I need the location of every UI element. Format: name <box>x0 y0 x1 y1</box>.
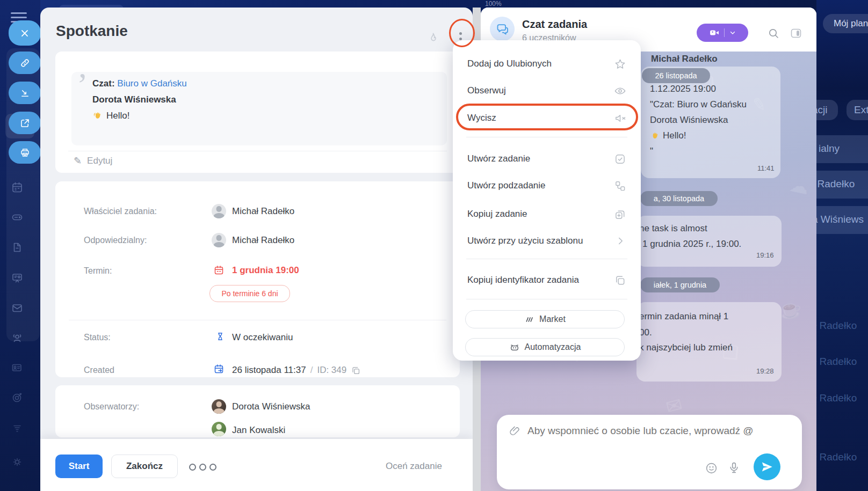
side-panel-icon[interactable] <box>790 27 802 40</box>
message-line: he task is almost <box>639 223 707 234</box>
flame-icon[interactable] <box>426 31 440 46</box>
menu-item-create-subtask[interactable]: Utwórz podzadanie <box>453 175 641 196</box>
sidebar-item-crm[interactable] <box>11 272 24 284</box>
chat-input-box <box>497 415 802 489</box>
finish-button[interactable]: Zakończ <box>111 455 178 478</box>
message-line: 00. <box>639 327 652 338</box>
date-pill-label: a, 30 listopada <box>654 194 704 203</box>
message-time: 11:41 <box>757 164 775 172</box>
menu-item-label: Kopiuj identyfikator zadania <box>467 275 579 285</box>
quote-author: Dorota Wiśniewska <box>92 94 176 105</box>
market-button[interactable]: Market <box>465 310 625 328</box>
start-button[interactable]: Start <box>55 455 103 478</box>
chevron-right-icon <box>614 235 626 247</box>
menu-divider <box>466 299 627 299</box>
task-footer: Start Zakończ Oceń zadanie <box>40 439 473 491</box>
sidebar-item-documents[interactable] <box>11 241 24 254</box>
observers-label: Obserwatorzy: <box>84 402 139 412</box>
sidebar-item-filter[interactable] <box>11 421 24 434</box>
owner-value[interactable]: Michał Radełko <box>232 206 294 217</box>
app-screen: 100% Mój plan acji Exte ialny ł Radełko … <box>0 0 868 491</box>
printer-icon <box>19 147 31 158</box>
automation-button-label: Automatyzacja <box>525 342 581 352</box>
attach-icon[interactable] <box>509 424 521 437</box>
search-icon[interactable] <box>767 27 780 40</box>
automation-button[interactable]: Automatyzacja <box>465 338 625 356</box>
observer-2[interactable]: Jan Kowalski <box>232 425 285 436</box>
calendar-created-icon <box>213 363 225 375</box>
message-time: 19:28 <box>756 367 774 375</box>
menu-item-label: Dodaj do Ulubionych <box>467 58 552 69</box>
responsible-value[interactable]: Michał Radełko <box>232 235 294 246</box>
video-call-button[interactable] <box>697 24 748 42</box>
menu-item-label: Obserwuj <box>467 85 506 96</box>
sidebar-item-contacts[interactable] <box>11 361 24 374</box>
menu-item-copy-task-id[interactable]: Kopiuj identyfikator zadania <box>453 270 641 290</box>
microphone-icon[interactable] <box>727 461 741 474</box>
date-pill-label: 26 listopada <box>655 71 697 80</box>
message-line: 1 grudnia 2025 r., 19:00. <box>642 239 741 250</box>
description-divider <box>68 151 447 151</box>
wave-hand-icon <box>92 111 103 121</box>
star-icon <box>614 58 626 70</box>
menu-button-highlight-annotation <box>449 19 475 47</box>
avatar[interactable] <box>212 233 226 247</box>
print-button[interactable] <box>9 141 41 164</box>
avatar[interactable] <box>212 204 226 218</box>
open-in-new-window-button[interactable] <box>9 112 41 134</box>
edit-button[interactable]: ✎ Edytuj <box>74 155 112 167</box>
doodle-icon: ☁ <box>787 173 811 200</box>
status-value[interactable]: W oczekiwaniu <box>232 332 293 343</box>
subtask-icon <box>614 180 626 192</box>
sidebar-item-calendar[interactable] <box>11 181 24 194</box>
copy-link-button[interactable] <box>9 52 41 74</box>
menu-item-create-task[interactable]: Utwórz zadanie <box>453 149 641 169</box>
message-line: ermin zadania minął 1 <box>639 311 728 322</box>
avatar[interactable] <box>212 399 226 414</box>
owner-label: Właściciel zadania: <box>84 207 157 216</box>
bg-right-row-4: ł Radełko <box>814 451 857 463</box>
emoji-icon[interactable] <box>705 461 718 475</box>
more-actions-button[interactable] <box>189 464 216 471</box>
date-pill-label: iałek, 1 grudnia <box>654 281 706 289</box>
sidebar-item-mail[interactable] <box>11 302 24 314</box>
message-line-text: Hello! <box>663 130 686 141</box>
sidebar-item-settings[interactable] <box>11 456 24 468</box>
task-id: ID: 349 <box>317 365 346 376</box>
copy-id-icon[interactable] <box>351 365 361 376</box>
menu-item-create-from-template[interactable]: Utwórz przy użyciu szablonu <box>453 231 641 251</box>
message-line: Hello! <box>650 130 686 141</box>
copy-plus-icon <box>614 208 626 221</box>
sidebar-item-goals[interactable] <box>11 391 24 404</box>
chevron-down-icon <box>729 29 736 36</box>
deadline-value[interactable]: 1 grudnia 19:00 <box>232 265 299 276</box>
quote-chat-link[interactable]: Biuro w Gdańsku <box>117 78 186 89</box>
bg-row-fragment-3: a Wiśniews <box>812 214 864 225</box>
close-panel-button[interactable] <box>9 20 41 46</box>
bg-pill-fragment-2-label: Exte <box>854 104 868 116</box>
send-button[interactable] <box>754 453 780 480</box>
message-line: 1.12.2025 19:00 <box>650 84 716 94</box>
avatar[interactable] <box>212 422 226 436</box>
responsible-label: Odpowiedzialny: <box>84 236 147 245</box>
collapse-button[interactable] <box>9 82 41 104</box>
chat-avatar-circle <box>490 17 515 41</box>
more-dots-icon <box>209 464 216 471</box>
bg-row-fragment-2: ł Radełko <box>812 178 855 190</box>
observer-1[interactable]: Dorota Wiśniewska <box>232 401 310 412</box>
my-plan-pill[interactable]: Mój plan <box>823 14 868 33</box>
overdue-badge-label: Po terminie 6 dni <box>221 289 278 298</box>
menu-item-copy-task[interactable]: Kopiuj zadanie <box>453 204 641 224</box>
chat-date-pill: a, 30 listopada <box>640 191 718 206</box>
task-title: Spotkanie <box>56 23 128 40</box>
rate-task-link[interactable]: Oceń zadanie <box>386 461 442 472</box>
menu-item-follow[interactable]: Obserwuj <box>453 80 641 101</box>
chat-message-input[interactable] <box>526 421 781 441</box>
menu-item-favorites[interactable]: Dodaj do Ulubionych <box>453 54 641 74</box>
message-sender[interactable]: Michał Radełko <box>651 54 718 64</box>
sidebar-item-drive[interactable] <box>11 211 24 224</box>
link-icon <box>19 57 31 69</box>
pencil-icon: ✎ <box>74 155 82 167</box>
sidebar-item-groups[interactable] <box>11 332 24 345</box>
chat-date-pill: 26 listopada <box>642 68 710 83</box>
